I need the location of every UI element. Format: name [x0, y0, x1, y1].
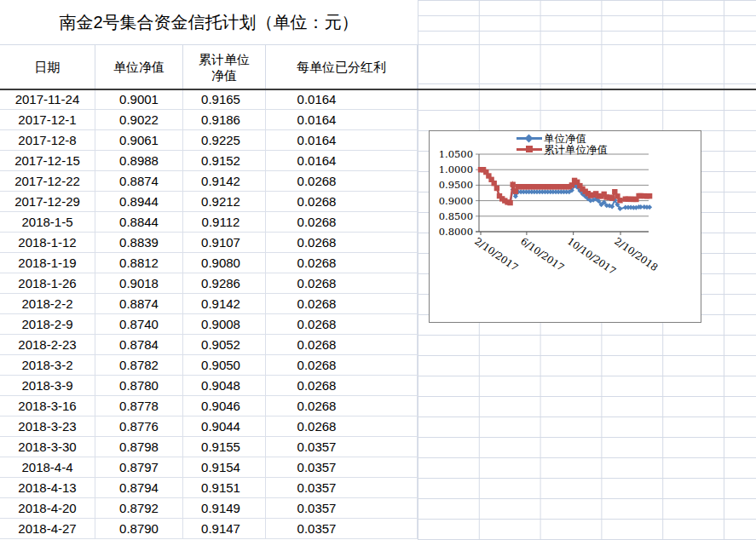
cell-dividend[interactable]: 0.0268: [266, 416, 418, 436]
cell-date[interactable]: 2018-1-5: [0, 212, 95, 232]
cell-dividend[interactable]: 0.0268: [266, 355, 418, 375]
cell-dividend[interactable]: 0.0357: [266, 457, 418, 477]
cell-nav[interactable]: 0.8812: [95, 253, 183, 273]
cell-dividend[interactable]: 0.0164: [266, 151, 418, 170]
cell-nav[interactable]: 0.9018: [95, 273, 183, 293]
cell-cum-nav[interactable]: 0.9286: [183, 273, 266, 293]
cell-date[interactable]: 2018-4-20: [0, 498, 95, 518]
cell-date[interactable]: 2018-3-23: [0, 416, 95, 436]
cell-date[interactable]: 2018-2-9: [0, 314, 95, 334]
cell-nav[interactable]: 0.8780: [95, 376, 183, 395]
cell-cum-nav[interactable]: 0.9147: [183, 519, 266, 538]
cell-nav[interactable]: 0.8782: [95, 355, 183, 375]
cell-dividend[interactable]: 0.0164: [266, 110, 418, 129]
cell-nav[interactable]: 0.9061: [95, 130, 183, 150]
cell-date[interactable]: 2018-4-27: [0, 519, 95, 538]
cell-nav[interactable]: 0.8790: [95, 519, 183, 538]
cell-cum-nav[interactable]: 0.9149: [183, 498, 266, 518]
cell-nav[interactable]: 0.8988: [95, 151, 183, 170]
table-row: 2018-2-90.87400.90080.0268: [0, 314, 418, 335]
cell-date[interactable]: 2017-11-24: [0, 89, 95, 109]
cell-nav[interactable]: 0.8792: [95, 498, 183, 518]
cell-dividend[interactable]: 0.0357: [266, 498, 418, 518]
cell-date[interactable]: 2017-12-29: [0, 192, 95, 211]
legend-item-cum[interactable]: 累计单位净值: [517, 144, 608, 155]
cell-cum-nav[interactable]: 0.9212: [183, 192, 266, 211]
cell-nav[interactable]: 0.8740: [95, 314, 183, 334]
cell-nav[interactable]: 0.8874: [95, 171, 183, 191]
cell-date[interactable]: 2018-3-2: [0, 355, 95, 375]
table-body: 2017-11-240.90010.91650.01642017-12-10.9…: [0, 89, 418, 539]
cell-nav[interactable]: 0.8784: [95, 335, 183, 354]
sheet-title-cell[interactable]: 南金2号集合资金信托计划（单位：元）: [0, 0, 418, 45]
cell-cum-nav[interactable]: 0.9050: [183, 355, 266, 375]
cell-date[interactable]: 2018-4-13: [0, 478, 95, 497]
cell-date[interactable]: 2017-12-8: [0, 130, 95, 150]
cell-nav[interactable]: 0.8794: [95, 478, 183, 497]
cell-cum-nav[interactable]: 0.9044: [183, 416, 266, 436]
header-cell-dividend[interactable]: 每单位已分红利: [266, 45, 418, 89]
cell-nav[interactable]: 0.9022: [95, 110, 183, 129]
cell-cum-nav[interactable]: 0.9151: [183, 478, 266, 497]
cell-cum-nav[interactable]: 0.9052: [183, 335, 266, 354]
cell-date[interactable]: 2018-2-23: [0, 335, 95, 354]
cell-date[interactable]: 2018-1-26: [0, 273, 95, 293]
cell-date[interactable]: 2018-3-30: [0, 437, 95, 457]
header-cell-nav[interactable]: 单位净值: [95, 45, 183, 89]
cell-cum-nav[interactable]: 0.9152: [183, 151, 266, 170]
cell-dividend[interactable]: 0.0268: [266, 396, 418, 416]
header-cell-cum-nav[interactable]: 累计单位净值: [183, 45, 266, 89]
y-axis-tick-label: 1.0000: [439, 164, 473, 175]
cell-cum-nav[interactable]: 0.9186: [183, 110, 266, 129]
cell-cum-nav[interactable]: 0.9225: [183, 130, 266, 150]
cell-date[interactable]: 2017-12-22: [0, 171, 95, 191]
cell-dividend[interactable]: 0.0357: [266, 437, 418, 457]
cell-dividend[interactable]: 0.0268: [266, 192, 418, 211]
cell-dividend[interactable]: 0.0268: [266, 335, 418, 354]
cell-cum-nav[interactable]: 0.9155: [183, 437, 266, 457]
cell-dividend[interactable]: 0.0268: [266, 376, 418, 395]
cell-cum-nav[interactable]: 0.9080: [183, 253, 266, 273]
cell-dividend[interactable]: 0.0268: [266, 253, 418, 273]
cell-nav[interactable]: 0.8839: [95, 233, 183, 252]
cell-nav[interactable]: 0.8798: [95, 437, 183, 457]
cell-date[interactable]: 2018-1-19: [0, 253, 95, 273]
header-cell-date[interactable]: 日期: [0, 45, 95, 89]
cell-cum-nav[interactable]: 0.9154: [183, 457, 266, 477]
cell-dividend[interactable]: 0.0268: [266, 273, 418, 293]
cell-dividend[interactable]: 0.0164: [266, 130, 418, 150]
cell-nav[interactable]: 0.8776: [95, 416, 183, 436]
cell-date[interactable]: 2018-2-2: [0, 294, 95, 313]
cell-nav[interactable]: 0.8844: [95, 212, 183, 232]
cell-dividend[interactable]: 0.0357: [266, 519, 418, 538]
cell-dividend[interactable]: 0.0268: [266, 212, 418, 232]
cell-date[interactable]: 2017-12-15: [0, 151, 95, 170]
cell-nav[interactable]: 0.9001: [95, 89, 183, 109]
cell-dividend[interactable]: 0.0268: [266, 294, 418, 313]
cell-cum-nav[interactable]: 0.9008: [183, 314, 266, 334]
cell-dividend[interactable]: 0.0268: [266, 233, 418, 252]
chart-object[interactable]: 单位净值 累计单位净值 1.05001.00000.95000.90000.85…: [429, 130, 701, 323]
cell-cum-nav[interactable]: 0.9112: [183, 212, 266, 232]
cell-cum-nav[interactable]: 0.9142: [183, 171, 266, 191]
cell-cum-nav[interactable]: 0.9107: [183, 233, 266, 252]
cell-dividend[interactable]: 0.0268: [266, 314, 418, 334]
cell-date[interactable]: 2018-3-9: [0, 376, 95, 395]
cell-nav[interactable]: 0.8797: [95, 457, 183, 477]
cell-cum-nav[interactable]: 0.9046: [183, 396, 266, 416]
cell-date[interactable]: 2018-4-4: [0, 457, 95, 477]
cell-dividend[interactable]: 0.0164: [266, 89, 418, 109]
freeze-pane-divider: [0, 89, 756, 90]
cell-nav[interactable]: 0.8874: [95, 294, 183, 313]
cell-date[interactable]: 2017-12-1: [0, 110, 95, 129]
cell-date[interactable]: 2018-3-16: [0, 396, 95, 416]
cell-dividend[interactable]: 0.0357: [266, 478, 418, 497]
cell-nav[interactable]: 0.8778: [95, 396, 183, 416]
cell-cum-nav[interactable]: 0.9142: [183, 294, 266, 313]
cell-dividend[interactable]: 0.0268: [266, 171, 418, 191]
cell-cum-nav[interactable]: 0.9165: [183, 89, 266, 109]
cell-nav[interactable]: 0.8944: [95, 192, 183, 211]
cell-cum-nav[interactable]: 0.9048: [183, 376, 266, 395]
table-row: 2018-3-160.87780.90460.0268: [0, 396, 418, 416]
cell-date[interactable]: 2018-1-12: [0, 233, 95, 252]
